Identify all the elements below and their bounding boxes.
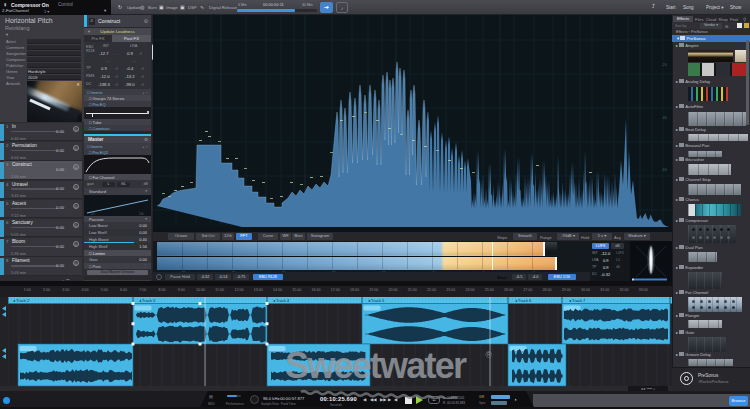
svg-text:◂ Track 3: ◂ Track 3 <box>139 298 156 303</box>
svg-text:◂ Track 5: ◂ Track 5 <box>368 298 385 303</box>
svg-text:◂ Track 6: ◂ Track 6 <box>515 298 532 303</box>
svg-text:◂ Track 7: ◂ Track 7 <box>569 298 586 303</box>
svg-text:◂ Track 2: ◂ Track 2 <box>13 298 30 303</box>
svg-text:◂ Track 4: ◂ Track 4 <box>273 298 290 303</box>
